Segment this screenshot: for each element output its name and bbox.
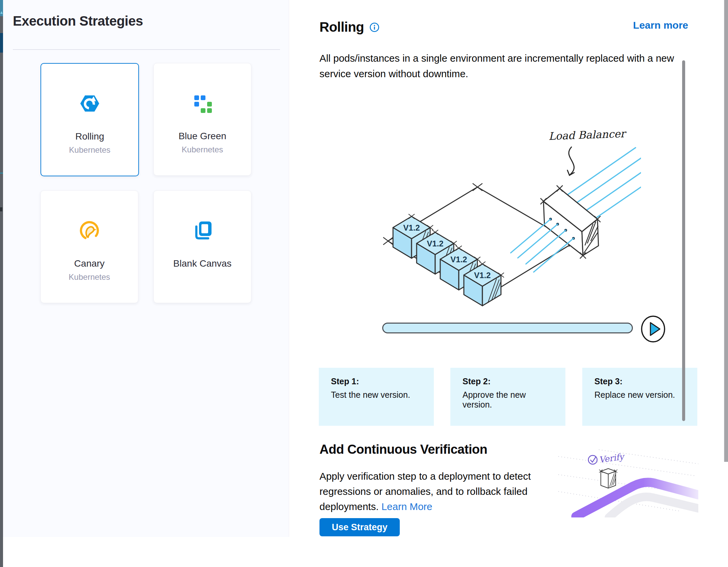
execution-strategies-modal: Execution Strategies Rolling Kubernetes — [0, 0, 728, 567]
verification-title: Add Continuous Verification — [319, 442, 487, 457]
verify-check-icon — [588, 455, 597, 464]
verify-illustration: Verify — [558, 448, 698, 517]
play-button[interactable] — [640, 316, 667, 342]
step-title: Step 2: — [463, 377, 553, 386]
strategy-card-subtitle: Kubernetes — [182, 145, 223, 154]
use-strategy-button[interactable]: Use Strategy — [319, 518, 400, 536]
strategy-description: All pods/instances in a single environme… — [319, 51, 691, 82]
blank-canvas-icon — [192, 220, 213, 241]
title-divider — [13, 49, 280, 50]
strategy-card-rolling[interactable]: Rolling Kubernetes — [40, 63, 139, 176]
strategy-card-subtitle: Kubernetes — [69, 272, 110, 282]
cube-version-label: V1.2 — [403, 223, 420, 232]
load-balancer-label: Load Balancer — [548, 127, 627, 142]
step-text: Approve the new version. — [463, 390, 553, 410]
verify-label: Verify — [598, 451, 626, 465]
canary-icon — [79, 220, 100, 241]
sliver-divider — [0, 173, 3, 174]
step-text: Replace new version. — [594, 390, 685, 400]
cube-version-label: V1.2 — [450, 255, 467, 264]
detail-header: Rolling Learn more — [319, 20, 688, 35]
blue-green-icon — [192, 92, 213, 114]
step-card-1: Step 1: Test the new version. — [319, 368, 434, 426]
strategy-card-canary[interactable]: Canary Kubernetes — [40, 190, 138, 303]
cube-version-label: V1.2 — [427, 239, 443, 248]
sliver-cursor-mark — [0, 207, 2, 211]
info-icon[interactable] — [369, 22, 380, 32]
animation-progress-bar[interactable] — [382, 323, 633, 333]
detail-pane-scrollbar[interactable] — [682, 60, 685, 421]
step-title: Step 1: — [331, 377, 422, 386]
strategy-card-title: Rolling — [75, 131, 104, 142]
strategy-card-title: Blank Canvas — [173, 258, 232, 269]
learn-more-link[interactable]: Learn more — [633, 20, 688, 31]
verification-learn-more-link[interactable]: Learn More — [382, 501, 432, 512]
label-arrow — [567, 147, 574, 175]
gray-ribbon — [609, 497, 698, 517]
sliver-nav-highlight — [0, 33, 3, 53]
step-card-3: Step 3: Replace new version. — [582, 368, 697, 426]
strategy-card-blue-green[interactable]: Blue Green Kubernetes — [153, 63, 251, 176]
strategy-card-blank-canvas[interactable]: Blank Canvas — [153, 190, 251, 303]
step-card-2: Step 2: Approve the new version. — [450, 368, 565, 426]
strategy-card-title: Blue Green — [178, 131, 226, 142]
cube-version-label: V1.2 — [474, 271, 491, 280]
verify-cube-sketch — [599, 469, 617, 488]
strategy-card-title: Canary — [74, 258, 105, 269]
verification-description: Apply verification step to a deployment … — [319, 469, 539, 514]
rolling-icon — [79, 93, 101, 114]
underlying-page-sliver — [0, 0, 3, 567]
window-scrollbar[interactable] — [724, 0, 728, 462]
strategy-detail-title: Rolling — [319, 20, 364, 35]
strategy-card-subtitle: Kubernetes — [69, 145, 111, 155]
step-text: Test the new version. — [331, 390, 422, 400]
step-title: Step 3: — [594, 377, 685, 386]
page-title: Execution Strategies — [13, 13, 143, 29]
rolling-illustration: V1.2 V1.2 — [368, 115, 641, 307]
